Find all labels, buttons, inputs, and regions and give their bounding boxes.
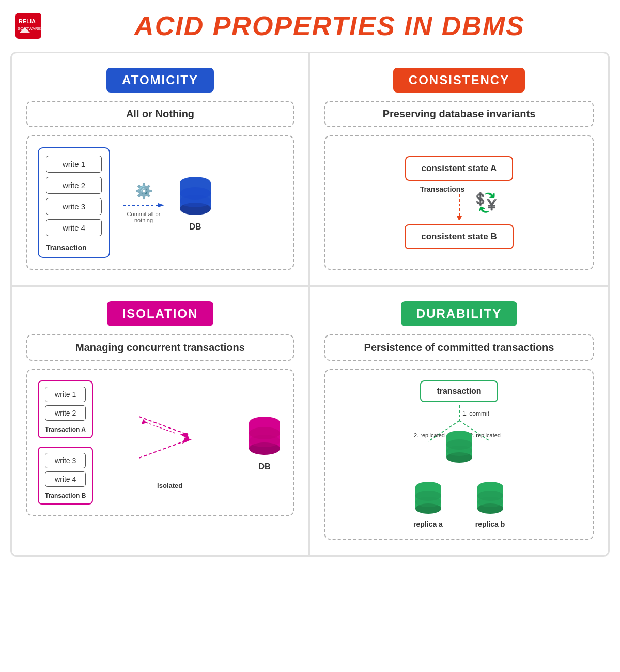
atomicity-transaction-box: write 1 write 2 write 3 write 4 Transact… [38,147,110,258]
durability-main-db-icon [444,428,475,467]
durability-transaction: transaction [420,380,498,402]
isolation-diagram: write 1 write 2 Transaction A write 3 wr… [26,369,294,516]
atomicity-diagram: write 1 write 2 write 3 write 4 Transact… [26,135,294,270]
isolation-inner: write 1 write 2 Transaction A write 3 wr… [38,380,283,505]
isolation-db: DB [246,414,283,471]
atomicity-quadrant: ATOMICITY All or Nothing write 1 write 2… [12,53,310,287]
replica-a-label: replica a [413,520,443,528]
replica-b: replica b [475,479,506,528]
atomicity-db-icon [177,174,213,220]
page-title: ACID PROPERTIES IN DBMS [55,10,605,41]
atomicity-transaction-label: Transaction [46,243,102,252]
isolation-badge: ISOLATION [107,301,214,326]
svg-point-44 [477,497,503,507]
replica-b-icon [475,479,506,518]
isolation-db-icon [246,414,283,460]
atomicity-write-1: write 1 [46,156,102,173]
durability-inner: transaction 1. commit [336,380,582,528]
isolation-write-2: write 2 [45,405,86,421]
svg-marker-18 [142,419,147,424]
page-wrapper: RELIA SOFTWARE ACID PROPERTIES IN DBMS A… [0,0,620,567]
consistent-state-b: consistent state B [405,224,513,249]
gear-icon: ⚙️ [135,182,153,200]
atomicity-db: DB [177,174,213,232]
replica-a-icon [413,479,444,518]
durability-quadrant: DURABILITY Persistence of committed tran… [310,287,608,555]
durability-diagram: transaction 1. commit [324,369,594,540]
svg-text:SOFTWARE: SOFTWARE [18,26,41,31]
isolated-label: isolated [157,482,182,490]
transactions-label: Transactions [420,185,464,193]
consistency-inner: consistent state A Transactions 💱 cons [336,156,582,249]
svg-text:1. commit: 1. commit [462,410,490,417]
acid-grid: ATOMICITY All or Nothing write 1 write 2… [10,52,610,557]
svg-rect-0 [16,13,41,39]
isolation-trans-a-label: Transaction A [45,426,86,433]
isolation-write-1: write 1 [45,387,86,402]
atomicity-write-3: write 3 [46,198,102,215]
durability-main-db-wrapper [444,428,475,467]
commit-label: Commit all or nothing [120,211,167,223]
isolation-arrows: isolated [101,396,238,490]
isolation-subtitle: Managing concurrent transactions [26,334,294,361]
isolation-trans-a: write 1 write 2 Transaction A [38,380,93,438]
svg-line-15 [139,440,188,458]
isolation-arrows-svg [139,396,201,479]
svg-point-23 [249,435,280,447]
consistent-state-a: consistent state A [405,156,514,181]
svg-line-13 [139,417,188,435]
consistency-left-arrow [454,194,464,220]
svg-line-17 [144,422,175,433]
consistency-quadrant: CONSISTENCY Preserving database invarian… [310,53,608,287]
atomicity-write-4: write 4 [46,219,102,236]
atomicity-subtitle: All or Nothing [26,101,294,127]
svg-point-10 [180,195,211,207]
svg-marker-5 [158,203,164,207]
durability-tree: 1. commit 2. replicated 2. replicated [336,405,582,528]
svg-text:2. replicated: 2. replicated [414,432,445,438]
replica-a: replica a [413,479,444,528]
durability-subtitle: Persistence of committed transactions [324,334,594,361]
durability-badge: DURABILITY [401,301,517,326]
isolation-write-3: write 3 [45,453,86,468]
isolation-trans-b: write 3 write 4 Transaction B [38,447,93,505]
isolation-db-label: DB [258,462,270,471]
consistency-diagram: consistent state A Transactions 💱 cons [324,135,594,270]
svg-point-34 [446,446,472,456]
atomicity-write-2: write 2 [46,177,102,194]
relia-logo-icon: RELIA SOFTWARE [16,13,41,39]
isolation-trans-b-label: Transaction B [45,492,86,499]
consistency-middle: Transactions 💱 [336,181,582,224]
svg-point-39 [415,497,441,507]
svg-text:RELIA: RELIA [19,18,36,24]
header: RELIA SOFTWARE ACID PROPERTIES IN DBMS [10,10,610,41]
replica-b-label: replica b [475,520,505,528]
consistency-subtitle: Preserving database invariants [324,101,594,127]
logo: RELIA SOFTWARE [16,13,44,39]
consistency-badge: CONSISTENCY [393,68,525,93]
transactions-col: write 1 write 2 Transaction A write 3 wr… [38,380,93,505]
isolation-quadrant: ISOLATION Managing concurrent transactio… [12,287,310,555]
atomicity-badge: ATOMICITY [106,68,214,93]
dashed-arrow-svg [123,201,164,210]
isolation-write-4: write 4 [45,471,86,487]
atomicity-db-label: DB [189,222,201,232]
replicas-row: replica a replica b [336,479,582,528]
svg-marker-12 [457,216,462,220]
transaction-icon: 💱 [475,192,498,213]
atomicity-inner: write 1 write 2 write 3 write 4 Transact… [38,147,283,258]
atomicity-arrow-area: ⚙️ Commit all or nothing [120,182,167,223]
